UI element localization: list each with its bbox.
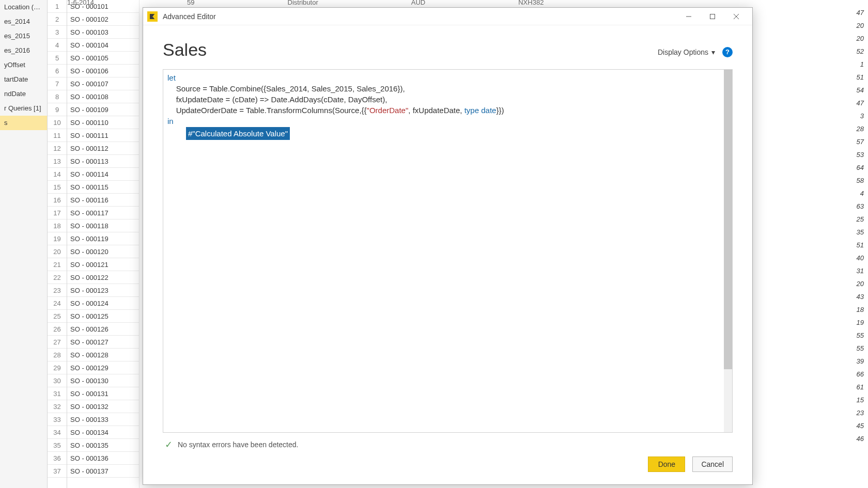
right-value-cell[interactable]: 55 (849, 342, 868, 355)
so-cell[interactable]: SO - 000121 (67, 258, 139, 271)
query-pane-item[interactable]: es_2015 (0, 29, 47, 43)
svg-rect-1 (710, 14, 715, 19)
so-cell[interactable]: SO - 000137 (67, 465, 139, 478)
so-cell[interactable]: SO - 000111 (67, 129, 139, 142)
right-value-cell[interactable]: 47 (849, 97, 868, 109)
right-value-cell[interactable]: 43 (849, 290, 868, 303)
right-value-cell[interactable]: 1 (849, 58, 868, 71)
right-value-cell[interactable]: 51 (849, 71, 868, 84)
so-cell[interactable]: SO - 000118 (67, 219, 139, 232)
right-value-cell[interactable]: 18 (849, 303, 868, 316)
so-cell[interactable]: SO - 000109 (67, 103, 139, 116)
right-value-cell[interactable]: 28 (849, 122, 868, 135)
editor-scrollbar-thumb[interactable] (724, 70, 732, 369)
so-cell[interactable]: SO - 000106 (67, 65, 139, 77)
right-value-cell[interactable] (849, 471, 868, 484)
so-cell[interactable]: SO - 000123 (67, 284, 139, 297)
so-cell[interactable]: SO - 000126 (67, 323, 139, 336)
queries-pane: Location (C:\…es_2014es_2015es_2016yOffs… (0, 0, 48, 488)
so-cell[interactable]: SO - 000119 (67, 232, 139, 245)
code-editor[interactable]: let Source = Table.Combine({Sales_2014, … (163, 69, 733, 433)
maximize-button[interactable] (701, 8, 724, 25)
row-number: 20 (48, 245, 67, 258)
so-cell[interactable]: SO - 000127 (67, 336, 139, 349)
so-cell[interactable]: SO - 000130 (67, 374, 139, 387)
right-value-cell[interactable]: 47 (849, 6, 868, 19)
right-value-cell[interactable]: 23 (849, 406, 868, 419)
right-value-cell[interactable]: 66 (849, 368, 868, 381)
right-value-cell[interactable]: 40 (849, 251, 868, 264)
query-name-heading: Sales (163, 40, 207, 60)
row-number: 12 (48, 142, 67, 155)
right-value-cell[interactable]: 31 (849, 264, 868, 277)
right-value-cell[interactable]: 64 (849, 161, 868, 174)
so-cell[interactable]: SO - 000125 (67, 310, 139, 323)
right-value-cell[interactable]: 35 (849, 226, 868, 239)
so-cell[interactable]: SO - 000102 (67, 13, 139, 26)
so-cell[interactable]: SO - 000124 (67, 297, 139, 310)
so-cell[interactable]: SO - 000104 (67, 39, 139, 52)
right-value-cell[interactable]: 39 (849, 355, 868, 368)
query-pane-item[interactable]: Location (C:\… (0, 0, 47, 14)
query-pane-item[interactable]: es_2014 (0, 14, 47, 29)
so-cell[interactable]: SO - 000132 (67, 400, 139, 413)
right-value-cell[interactable] (849, 445, 868, 458)
right-value-cell[interactable]: 57 (849, 135, 868, 148)
right-value-cell[interactable]: 46 (849, 432, 868, 445)
selected-step-token[interactable]: #"Calculated Absolute Value" (186, 127, 290, 140)
so-cell[interactable]: SO - 000128 (67, 349, 139, 361)
so-cell[interactable]: SO - 000113 (67, 155, 139, 168)
right-value-cell[interactable]: 4 (849, 187, 868, 200)
right-value-cell[interactable]: 20 (849, 277, 868, 290)
help-button[interactable]: ? (722, 47, 733, 57)
so-cell[interactable]: SO - 000135 (67, 439, 139, 452)
so-cell[interactable]: SO - 000114 (67, 168, 139, 181)
so-column: SO - 000101SO - 000102SO - 000103SO - 00… (67, 0, 140, 488)
right-value-cell[interactable]: 25 (849, 213, 868, 226)
so-cell[interactable]: SO - 000122 (67, 271, 139, 284)
close-button[interactable] (724, 8, 748, 25)
right-value-cell[interactable]: 20 (849, 32, 868, 45)
so-cell[interactable]: SO - 000103 (67, 26, 139, 39)
query-pane-item[interactable]: r Queries [1] (0, 101, 47, 116)
right-value-cell[interactable]: 55 (849, 329, 868, 342)
display-options-dropdown[interactable]: Display Options ▾ (658, 48, 715, 56)
so-cell[interactable]: SO - 000120 (67, 245, 139, 258)
right-value-cell[interactable]: 54 (849, 84, 868, 97)
query-pane-item[interactable]: es_2016 (0, 43, 47, 58)
right-value-cell[interactable]: 58 (849, 174, 868, 187)
so-cell[interactable]: SO - 000133 (67, 413, 139, 426)
so-cell[interactable]: SO - 000107 (67, 77, 139, 90)
so-cell[interactable]: SO - 000112 (67, 142, 139, 155)
right-value-cell[interactable]: 53 (849, 148, 868, 161)
editor-scrollbar-track[interactable] (724, 70, 732, 432)
right-value-cell[interactable]: 15 (849, 393, 868, 406)
right-value-cell[interactable]: 51 (849, 239, 868, 251)
so-cell[interactable]: SO - 000115 (67, 181, 139, 194)
so-cell[interactable]: SO - 000116 (67, 194, 139, 207)
right-value-cell[interactable]: 52 (849, 45, 868, 58)
so-cell[interactable]: SO - 000129 (67, 361, 139, 374)
right-value-cell[interactable]: 45 (849, 419, 868, 432)
right-value-cell[interactable] (849, 458, 868, 471)
done-button[interactable]: Done (648, 456, 685, 472)
query-pane-item[interactable]: ndDate (0, 87, 47, 101)
in-keyword: in (167, 117, 174, 125)
so-cell[interactable]: SO - 000131 (67, 387, 139, 400)
so-cell[interactable]: SO - 000105 (67, 52, 139, 65)
query-pane-item[interactable]: s (0, 116, 47, 130)
right-value-cell[interactable]: 3 (849, 109, 868, 122)
so-cell[interactable]: SO - 000108 (67, 90, 139, 103)
query-pane-item[interactable]: yOffset (0, 58, 47, 72)
so-cell[interactable]: SO - 000136 (67, 452, 139, 465)
right-value-cell[interactable]: 19 (849, 316, 868, 329)
so-cell[interactable]: SO - 000117 (67, 207, 139, 219)
minimize-button[interactable] (677, 8, 701, 25)
right-value-cell[interactable]: 63 (849, 200, 868, 213)
right-value-cell[interactable]: 61 (849, 381, 868, 393)
so-cell[interactable]: SO - 000134 (67, 426, 139, 439)
so-cell[interactable]: SO - 000110 (67, 116, 139, 129)
cancel-button[interactable]: Cancel (692, 456, 733, 472)
query-pane-item[interactable]: tartDate (0, 72, 47, 87)
right-value-cell[interactable]: 20 (849, 19, 868, 32)
